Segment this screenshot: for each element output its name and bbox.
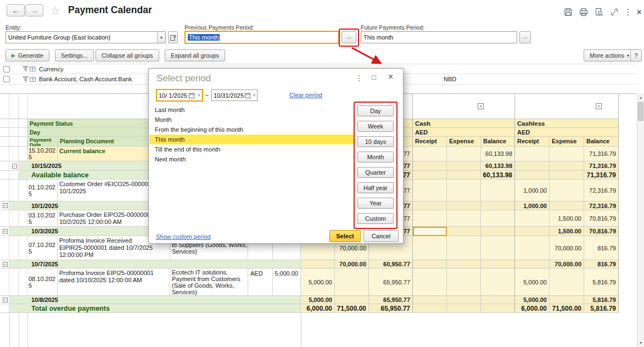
favorite-star-icon[interactable]: ☆ xyxy=(51,4,60,17)
cell-amount-ce[interactable] xyxy=(447,202,481,210)
vertical-scrollbar[interactable]: ▲ ▼ xyxy=(637,93,644,347)
cell-amount-lr[interactable] xyxy=(515,227,550,236)
cell-amount-lr[interactable]: 5,000.00 xyxy=(515,296,550,304)
print-icon[interactable] xyxy=(578,7,589,17)
cell-amount-cr[interactable] xyxy=(413,260,447,268)
cell-amount-lb[interactable]: 71,316.79 xyxy=(584,171,619,180)
cell-payment-date[interactable]: 03.10.2025 xyxy=(27,210,58,227)
cell-amount-lr[interactable]: 1,000.00 xyxy=(515,180,550,202)
cell-amount-tr[interactable]: 5,000.00 xyxy=(301,268,335,296)
entity-dropdown-icon[interactable]: ▾ xyxy=(157,32,165,43)
period-preset-item[interactable]: Last month xyxy=(149,105,354,115)
period-type-button[interactable]: Week xyxy=(357,121,394,132)
cell-amount-lb[interactable]: 5,816.79 xyxy=(584,304,619,313)
grouping-label[interactable]: Bank Account, Cash Account.Bank xyxy=(39,76,132,82)
period-preset-item[interactable]: Month xyxy=(149,115,354,125)
cell-payment-date[interactable]: 07.10.2025 xyxy=(27,236,58,260)
cell-amount-ce[interactable] xyxy=(447,147,481,161)
cell-currency[interactable]: AED xyxy=(248,268,273,296)
period-type-button[interactable]: Month xyxy=(357,152,394,163)
cell-amount-cr[interactable] xyxy=(413,147,447,161)
period-type-button[interactable]: Quarter xyxy=(357,167,394,178)
cell-amount-ce[interactable] xyxy=(447,296,481,304)
cell-amount-cb[interactable]: 60,133.98 xyxy=(481,161,515,171)
cell-amount-ce[interactable] xyxy=(447,171,481,180)
cell-amount-cb[interactable] xyxy=(481,202,515,210)
cell-amount-te[interactable]: 71,500.00 xyxy=(335,304,369,313)
period-preset-item[interactable]: Next month xyxy=(149,154,354,164)
cell-amount-tr[interactable]: 5,000.00 xyxy=(301,296,335,304)
cell-amount-lr[interactable] xyxy=(515,147,550,161)
cell-amount-lr[interactable]: 5,000.00 xyxy=(515,268,550,296)
cell-amount-lb[interactable]: 5,816.79 xyxy=(584,268,619,296)
prev-period-field[interactable]: This month xyxy=(184,31,339,44)
help-button[interactable]: ? xyxy=(630,49,642,61)
grouping-label[interactable]: Currency xyxy=(39,66,64,72)
collapse-group-button[interactable]: − xyxy=(12,164,17,169)
cell-amount-te[interactable]: 70,000.00 xyxy=(335,260,369,268)
cell-amount-ce[interactable] xyxy=(447,304,481,313)
entity-open-button[interactable] xyxy=(168,31,178,43)
window-close-icon[interactable]: × xyxy=(634,7,644,17)
cancel-button[interactable]: Cancel xyxy=(363,230,399,242)
period-preset-item[interactable]: Till the end of this month xyxy=(149,144,354,154)
cell-amount-cb[interactable]: 60,133.98 xyxy=(481,171,515,180)
cell-amount-cr[interactable] xyxy=(413,161,447,171)
period-type-button[interactable]: Year xyxy=(357,198,394,209)
cell-payment-date[interactable]: 01.10.2025 xyxy=(27,180,58,202)
cell-amount-lr[interactable] xyxy=(515,161,550,171)
expand-column-group-button[interactable]: + xyxy=(596,103,602,109)
cell-amount-le[interactable]: 71,500.00 xyxy=(550,304,584,313)
forward-button[interactable]: → xyxy=(25,4,43,16)
scroll-up-button[interactable]: ▲ xyxy=(637,93,644,102)
cell-amount-lb[interactable]: 816.79 xyxy=(584,260,619,268)
cell-amount-lr[interactable] xyxy=(515,260,550,268)
cell-amount-lb[interactable]: 70,816.79 xyxy=(584,210,619,227)
cell-amount-cr[interactable] xyxy=(413,296,447,304)
cell-amount-le[interactable] xyxy=(550,171,584,180)
collapse-group-button[interactable]: − xyxy=(3,262,8,267)
scrollbar-thumb[interactable] xyxy=(638,102,643,121)
cell-amount-ce[interactable] xyxy=(447,180,481,202)
cell-amount-cb[interactable] xyxy=(481,268,515,296)
show-custom-period-link[interactable]: Show custom period xyxy=(156,233,211,240)
period-type-button[interactable]: Custom xyxy=(357,213,394,224)
cell-amount-lr[interactable] xyxy=(515,171,550,180)
cell-amount-cr[interactable] xyxy=(413,210,447,227)
future-period-field[interactable]: This month xyxy=(361,31,517,43)
checkbox[interactable] xyxy=(3,76,10,82)
cell-amount-cb[interactable] xyxy=(481,236,515,260)
clear-date-icon[interactable]: × xyxy=(251,92,257,98)
cell-amount-le[interactable] xyxy=(550,268,584,296)
cell-amount-lb[interactable]: 70,816.79 xyxy=(584,227,619,236)
cell-amount-cb[interactable] xyxy=(481,296,515,304)
group-row-label[interactable]: 10/8/2025 xyxy=(9,296,301,304)
cell-amount-cb[interactable] xyxy=(481,304,515,313)
cell-amount-le[interactable] xyxy=(550,147,584,161)
cell-counterparty[interactable]: Ecotech IT solutions,Payment from Custom… xyxy=(170,268,248,296)
cell-amount-ce[interactable] xyxy=(447,161,481,171)
cell-amount-lr[interactable] xyxy=(515,236,550,260)
cell-amount-ce[interactable] xyxy=(447,210,481,227)
cell-amount-ce[interactable] xyxy=(447,236,481,260)
cell-amount-le[interactable]: 70,000.00 xyxy=(550,260,584,268)
cell-amount-lb[interactable]: 71,316.79 xyxy=(584,161,619,171)
cell-planning-document[interactable]: Proforma Invoice EIPI25-00000001dated 10… xyxy=(58,268,170,296)
cell-amount-tr[interactable]: 6,000.00 xyxy=(301,304,335,313)
collapse-all-groups-button[interactable]: Collapse all groups xyxy=(96,49,159,61)
cell-amount-lr[interactable]: 6,000.00 xyxy=(515,304,550,313)
cell-payment-date[interactable]: 15.10.2025 xyxy=(27,147,58,161)
cell-amount-le[interactable] xyxy=(550,180,584,202)
cell-amount[interactable]: 5,000.00 xyxy=(273,268,301,296)
cell-amount-le[interactable]: 1,500.00 xyxy=(550,210,584,227)
cell-amount-cr[interactable] xyxy=(413,171,447,180)
clear-period-link[interactable]: Clear period xyxy=(289,92,322,98)
checkbox[interactable] xyxy=(3,66,10,72)
period-type-button[interactable]: Half year xyxy=(357,182,394,193)
cell-amount-lb[interactable]: 5,816.79 xyxy=(584,296,619,304)
dialog-menu-icon[interactable]: ⋮ xyxy=(355,74,363,82)
date-to-value[interactable]: 10/31/2025 xyxy=(212,92,244,99)
cell-amount-te[interactable] xyxy=(335,296,369,304)
cell-amount-lb[interactable]: 72,316.79 xyxy=(584,180,619,202)
cell-amount-cb[interactable]: 60,133.98 xyxy=(481,147,515,161)
